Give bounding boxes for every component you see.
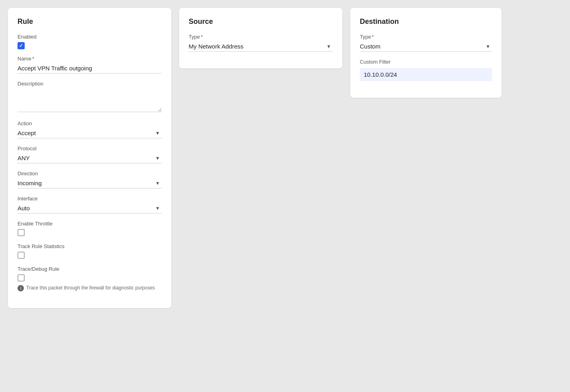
protocol-field: Protocol ANY TCP UDP ICMP ▼	[18, 146, 162, 163]
enable-throttle-checkbox-wrapper	[18, 229, 162, 236]
description-textarea[interactable]	[18, 88, 162, 112]
enabled-checkbox-wrapper	[18, 42, 162, 49]
custom-filter-label: Custom Filter	[360, 59, 492, 65]
enable-throttle-field: Enable Throttle	[18, 221, 162, 236]
trace-debug-field: Trace/Debug Rule i Trace this packet thr…	[18, 266, 162, 291]
interface-select-wrapper: Auto eth0 eth1 wlan0 ▼	[18, 203, 162, 213]
interface-field: Interface Auto eth0 eth1 wlan0 ▼	[18, 196, 162, 213]
protocol-label: Protocol	[18, 146, 162, 151]
enable-throttle-label: Enable Throttle	[18, 221, 162, 227]
protocol-select-wrapper: ANY TCP UDP ICMP ▼	[18, 153, 162, 163]
action-select-wrapper: Accept Reject Drop ▼	[18, 128, 162, 138]
source-card: Source Type* My Network Address Any Cust…	[179, 8, 342, 68]
description-label: Description	[18, 81, 162, 87]
destination-title: Destination	[360, 17, 492, 26]
destination-type-select-wrapper: Custom Any My Network Address Network ▼	[360, 41, 492, 52]
track-rule-stats-checkbox-wrapper	[18, 252, 162, 259]
destination-type-label: Type*	[360, 34, 492, 40]
destination-card: Destination Type* Custom Any My Network …	[350, 8, 502, 98]
source-title: Source	[189, 17, 333, 26]
enabled-label: Enabled	[18, 34, 162, 40]
enabled-field: Enabled	[18, 34, 162, 49]
enabled-checkbox[interactable]	[18, 42, 25, 49]
enable-throttle-checkbox[interactable]	[18, 229, 25, 236]
custom-filter-field: Custom Filter	[360, 59, 492, 81]
track-rule-stats-field: Track Rule Statistics	[18, 243, 162, 259]
track-rule-stats-label: Track Rule Statistics	[18, 243, 162, 249]
destination-type-select[interactable]: Custom Any My Network Address Network	[360, 41, 492, 51]
interface-label: Interface	[18, 196, 162, 202]
protocol-select[interactable]: ANY TCP UDP ICMP	[18, 153, 162, 163]
destination-type-field: Type* Custom Any My Network Address Netw…	[360, 34, 492, 52]
name-label: Name*	[18, 56, 162, 62]
info-icon: i	[18, 285, 24, 291]
name-field: Name*	[18, 56, 162, 74]
name-input[interactable]	[18, 63, 162, 74]
rule-title: Rule	[18, 17, 162, 26]
source-type-select-wrapper: My Network Address Any Custom Network ▼	[189, 41, 333, 52]
trace-debug-checkbox-wrapper	[18, 274, 162, 281]
interface-select[interactable]: Auto eth0 eth1 wlan0	[18, 203, 162, 213]
trace-debug-checkbox[interactable]	[18, 274, 25, 281]
direction-select-wrapper: Incoming Outgoing Both ▼	[18, 178, 162, 188]
rule-card: Rule Enabled Name* Description Action	[8, 8, 171, 308]
trace-debug-label: Trace/Debug Rule	[18, 266, 162, 272]
action-field: Action Accept Reject Drop ▼	[18, 120, 162, 138]
direction-label: Direction	[18, 171, 162, 177]
source-type-field: Type* My Network Address Any Custom Netw…	[189, 34, 333, 52]
description-field: Description	[18, 81, 162, 113]
source-type-select[interactable]: My Network Address Any Custom Network	[189, 41, 333, 51]
direction-field: Direction Incoming Outgoing Both ▼	[18, 171, 162, 188]
source-type-label: Type*	[189, 34, 333, 40]
custom-filter-input[interactable]	[360, 68, 492, 81]
action-select[interactable]: Accept Reject Drop	[18, 128, 162, 138]
trace-info: i Trace this packet through the firewall…	[18, 285, 162, 291]
action-label: Action	[18, 120, 162, 126]
track-rule-stats-checkbox[interactable]	[18, 252, 25, 259]
trace-description: Trace this packet through the firewall f…	[26, 285, 155, 291]
direction-select[interactable]: Incoming Outgoing Both	[18, 178, 162, 188]
